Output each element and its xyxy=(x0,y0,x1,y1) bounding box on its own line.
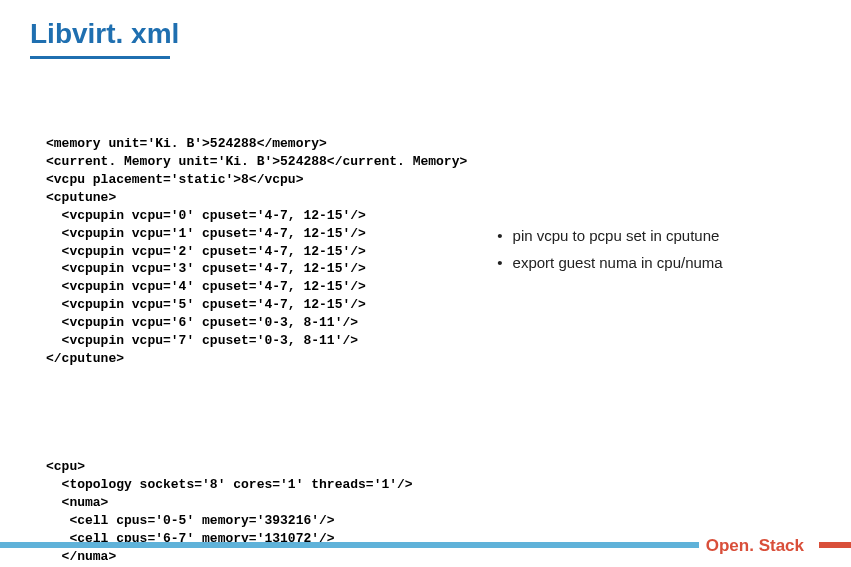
code-block-2: <cpu> <topology sockets='8' cores='1' th… xyxy=(46,458,467,567)
bullet-text: export guest numa in cpu/numa xyxy=(513,254,723,271)
code-block-1: <memory unit='Ki. B'>524288</memory> <cu… xyxy=(46,135,467,368)
bullet-text: pin vcpu to pcpu set in cputune xyxy=(513,227,720,244)
bullet-list: • pin vcpu to pcpu set in cputune • expo… xyxy=(497,99,722,567)
slide-title: Libvirt. xml xyxy=(0,0,851,56)
content-area: <memory unit='Ki. B'>524288</memory> <cu… xyxy=(0,59,851,567)
bullet-dot-icon: • xyxy=(497,254,502,271)
bullet-item-1: • pin vcpu to pcpu set in cputune xyxy=(497,227,722,244)
bullet-dot-icon: • xyxy=(497,227,502,244)
openstack-logo: Open. Stack xyxy=(703,536,807,556)
code-gap xyxy=(46,404,467,422)
code-block: <memory unit='Ki. B'>524288</memory> <cu… xyxy=(46,99,467,567)
footer-bar-blue xyxy=(0,542,699,548)
bullet-item-2: • export guest numa in cpu/numa xyxy=(497,254,722,271)
footer-bar-gap xyxy=(809,542,819,548)
footer-bar-red xyxy=(819,542,851,548)
